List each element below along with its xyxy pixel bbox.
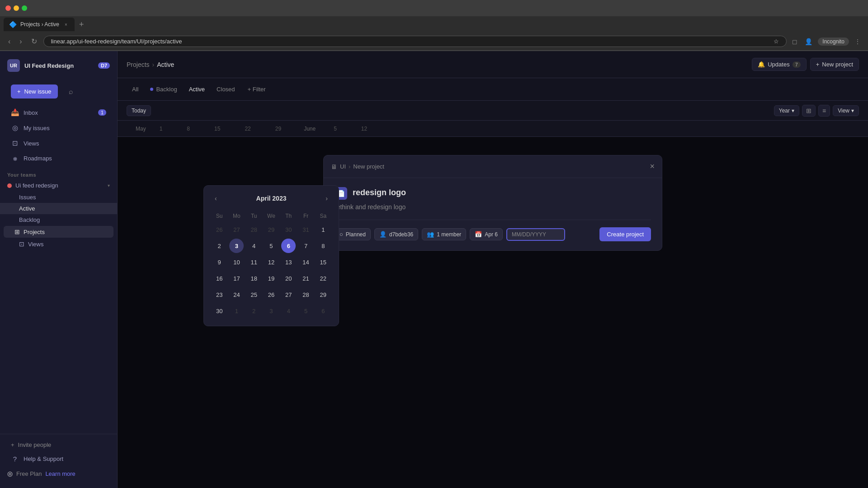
cal-day-w1-5[interactable]: 7 <box>299 239 313 253</box>
sidebar-help-support[interactable]: ? Help & Support <box>4 452 113 466</box>
sidebar-sub-active[interactable]: Active <box>0 203 117 214</box>
cal-day-w5-3[interactable]: 3 <box>264 304 278 318</box>
filter-tab-all[interactable]: All <box>127 84 144 95</box>
cal-day-w2-4[interactable]: 13 <box>281 255 296 269</box>
user-profile-btn[interactable]: 👤 <box>803 36 814 47</box>
learn-more-link[interactable]: Learn more <box>45 470 75 477</box>
sidebar-views[interactable]: ⊡ Views <box>0 238 117 250</box>
minimize-window-btn[interactable] <box>14 5 19 11</box>
cal-day-w0-3[interactable]: 29 <box>264 222 278 237</box>
today-button[interactable]: Today <box>127 105 151 116</box>
members-tag[interactable]: 👥 1 member <box>422 228 466 240</box>
cal-day-w0-5[interactable]: 31 <box>299 222 313 237</box>
sidebar-team[interactable]: Ui feed redesign ▾ <box>0 179 117 192</box>
cal-day-w4-2[interactable]: 25 <box>247 287 261 302</box>
cal-day-w2-1[interactable]: 10 <box>229 255 244 269</box>
cal-day-w4-5[interactable]: 28 <box>299 287 313 302</box>
year-selector[interactable]: Year ▾ <box>774 105 799 116</box>
sidebar-item-my-issues[interactable]: ◎ My issues <box>4 121 113 135</box>
sidebar-workspace-header[interactable]: UR UI Feed Redesign D7 <box>0 55 117 76</box>
cal-day-w0-1[interactable]: 27 <box>229 222 244 237</box>
cal-day-w3-1[interactable]: 17 <box>229 271 244 286</box>
more-options-btn[interactable]: ⋮ <box>853 36 863 47</box>
sidebar-item-inbox[interactable]: 📥 Inbox 1 <box>4 105 113 120</box>
cal-day-w0-0[interactable]: 26 <box>212 222 226 237</box>
address-bar[interactable]: linear.app/ui-feed-redesign/team/UI/proj… <box>43 36 787 47</box>
sidebar-sub-issues[interactable]: Issues <box>0 192 117 203</box>
cal-day-w4-0[interactable]: 23 <box>212 287 226 302</box>
back-btn[interactable]: ‹ <box>5 36 13 47</box>
cal-day-w2-5[interactable]: 14 <box>299 255 313 269</box>
cal-day-w1-4[interactable]: 6 <box>281 239 296 253</box>
cal-day-w2-0[interactable]: 9 <box>212 255 226 269</box>
star-icon[interactable]: ☆ <box>774 38 779 45</box>
cal-day-w0-6[interactable]: 1 <box>316 222 330 237</box>
filter-tab-closed[interactable]: Closed <box>211 84 240 95</box>
filter-tab-backlog[interactable]: Backlog <box>145 84 182 95</box>
new-tab-btn[interactable]: + <box>77 18 86 31</box>
maximize-window-btn[interactable] <box>22 5 27 11</box>
assignee-tag[interactable]: 👤 d7bdeb36 <box>374 228 418 240</box>
cal-day-w5-4[interactable]: 4 <box>281 304 296 318</box>
active-tab[interactable]: 🔷 Projects › Active × <box>4 18 75 31</box>
cal-day-w4-6[interactable]: 29 <box>316 287 330 302</box>
modal-team-label: UI <box>340 163 346 170</box>
assignee-label: d7bdeb36 <box>389 231 413 238</box>
cal-day-w5-1[interactable]: 1 <box>229 304 244 318</box>
cal-day-w4-4[interactable]: 27 <box>281 287 296 302</box>
cal-header-fr: Fr <box>297 211 314 221</box>
cal-day-w3-5[interactable]: 21 <box>299 271 313 286</box>
status-label: Planned <box>346 231 366 238</box>
cal-day-w3-0[interactable]: 16 <box>212 271 226 286</box>
cal-day-w3-3[interactable]: 19 <box>264 271 278 286</box>
cal-day-w5-2[interactable]: 2 <box>247 304 261 318</box>
grid-view-btn[interactable]: ⊞ <box>802 105 816 117</box>
cal-day-w5-0[interactable]: 30 <box>212 304 226 318</box>
cal-day-w3-6[interactable]: 22 <box>316 271 330 286</box>
cal-day-w1-6[interactable]: 8 <box>316 239 330 253</box>
cal-day-w2-3[interactable]: 12 <box>264 255 278 269</box>
close-window-btn[interactable] <box>5 5 11 11</box>
updates-button[interactable]: 🔔 Updates 7 <box>752 58 807 71</box>
new-issue-button[interactable]: + New issue <box>11 84 58 99</box>
cal-day-w0-2[interactable]: 28 <box>247 222 261 237</box>
calendar-prev-btn[interactable]: ‹ <box>211 193 221 204</box>
cal-day-w1-2[interactable]: 4 <box>247 239 261 253</box>
sidebar-sub-backlog[interactable]: Backlog <box>0 214 117 225</box>
filter-tab-active[interactable]: Active <box>184 84 210 95</box>
cal-day-w1-3[interactable]: 5 <box>264 239 278 253</box>
cal-day-w2-2[interactable]: 11 <box>247 255 261 269</box>
new-project-button[interactable]: + New project <box>810 58 859 71</box>
sidebar-item-views[interactable]: ⊡ Views <box>4 136 113 150</box>
sidebar-projects[interactable]: ⊞ Projects <box>4 226 113 238</box>
cal-day-w4-1[interactable]: 24 <box>229 287 244 302</box>
tab-close-btn[interactable]: × <box>63 21 69 28</box>
cal-day-w2-6[interactable]: 15 <box>316 255 330 269</box>
end-date-input[interactable]: MM/DD/YYYY <box>506 228 565 241</box>
modal-close-btn[interactable]: × <box>650 162 655 171</box>
filter-label: + Filter <box>248 86 266 93</box>
reload-btn[interactable]: ↻ <box>28 35 40 47</box>
cal-day-w3-2[interactable]: 18 <box>247 271 261 286</box>
extension-btn[interactable]: ◻ <box>790 36 799 47</box>
cal-day-w5-5[interactable]: 5 <box>299 304 313 318</box>
forward-btn[interactable]: › <box>17 36 24 47</box>
cal-day-w5-6[interactable]: 6 <box>316 304 330 318</box>
status-tag[interactable]: ○ Planned <box>335 228 371 240</box>
cal-day-w0-4[interactable]: 30 <box>281 222 296 237</box>
backlog-dot <box>150 88 153 91</box>
list-view-btn[interactable]: ≡ <box>818 105 830 117</box>
cal-day-w1-1[interactable]: 3 <box>229 239 244 253</box>
cal-day-w1-0[interactable]: 2 <box>212 239 226 253</box>
cal-day-w3-4[interactable]: 20 <box>281 271 296 286</box>
start-date-tag[interactable]: 📅 Apr 6 <box>470 228 503 240</box>
cal-day-w4-3[interactable]: 26 <box>264 287 278 302</box>
view-btn[interactable]: View ▾ <box>833 105 859 116</box>
invite-people-item[interactable]: + Invite people <box>4 438 113 451</box>
create-project-button[interactable]: Create project <box>599 227 651 241</box>
search-button[interactable]: ⌕ <box>67 86 75 98</box>
filter-button[interactable]: + Filter <box>243 84 270 95</box>
breadcrumb-projects-link[interactable]: Projects <box>127 61 150 68</box>
calendar-next-btn[interactable]: › <box>322 193 331 204</box>
sidebar-item-roadmaps[interactable]: ⎈ Roadmaps <box>4 151 113 165</box>
